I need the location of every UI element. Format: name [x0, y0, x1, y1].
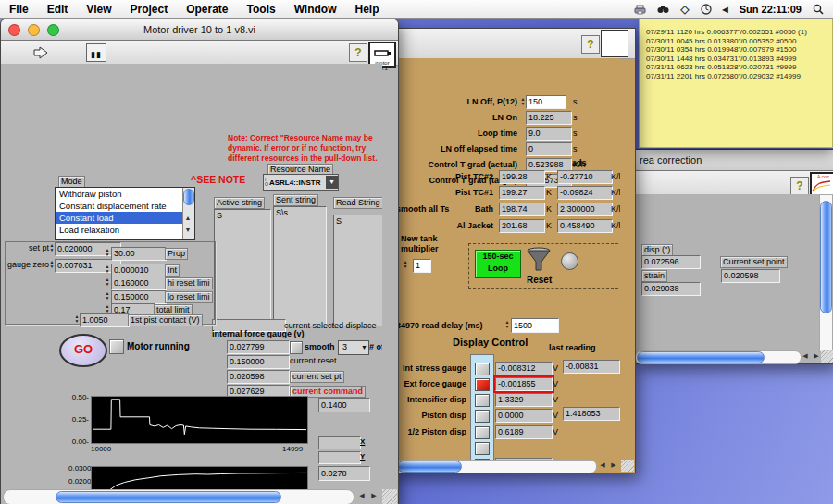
- area-help-button[interactable]: ?: [790, 177, 809, 195]
- mode-item-2[interactable]: Constant load: [56, 212, 185, 224]
- mode-scroll-up-arrow[interactable]: ▲: [182, 214, 193, 223]
- control-hscroll-right-arrow[interactable]: ▶: [608, 461, 619, 470]
- chart-plot: [91, 396, 308, 444]
- mode-listbox[interactable]: Withdraw pistonConstant displacement rat…: [55, 187, 195, 240]
- param-spinner[interactable]: ▲ ▼: [104, 264, 111, 274]
- smooth-checkbox[interactable]: [290, 341, 303, 354]
- num-points-dropdown[interactable]: 3▼: [338, 340, 369, 355]
- motor-window-titlebar[interactable]: Motor driver 10 to 1 v8.vi: [1, 19, 398, 41]
- area-window-titlebar[interactable]: rea correction: [635, 150, 833, 171]
- motor-hscroll-thumb[interactable]: [56, 491, 281, 503]
- mode-item-0[interactable]: Withdraw piston: [56, 188, 185, 200]
- motor-grow-corner[interactable]: [382, 489, 397, 504]
- channel-display-button[interactable]: [475, 378, 490, 391]
- channel-label: Intensifier disp: [394, 395, 466, 404]
- param-label: hi reset limi: [165, 277, 213, 289]
- param-spinner[interactable]: ▲ ▼: [104, 304, 111, 313]
- menu-item-edit[interactable]: Edit: [38, 0, 78, 18]
- motor-hscroll-left-arrow[interactable]: ◀: [356, 491, 367, 500]
- motor-running-label: Motor running: [127, 341, 190, 351]
- diamond-icon[interactable]: ◇: [680, 3, 689, 16]
- read-delay-field[interactable]: 1500: [511, 318, 559, 333]
- minimize-button[interactable]: [28, 24, 40, 36]
- motor-help-button[interactable]: ?: [349, 43, 367, 62]
- chart0-x-scale-box[interactable]: [318, 436, 361, 449]
- control-vi-icon[interactable]: [601, 30, 628, 57]
- gauge-value-field: 0.020598: [227, 370, 290, 384]
- spotlight-icon[interactable]: [813, 4, 824, 15]
- motor-running-checkbox[interactable]: [109, 339, 124, 354]
- chart0-x-scale-label[interactable]: X: [360, 437, 365, 446]
- area-hscroll-thumb[interactable]: [637, 351, 765, 363]
- mode-item-1[interactable]: Constant displacement rate: [56, 200, 185, 212]
- menu-item-view[interactable]: View: [77, 0, 120, 18]
- go-button[interactable]: GO: [59, 334, 107, 367]
- menu-item-tools[interactable]: Tools: [238, 0, 285, 18]
- mute-icon[interactable]: ◀: [723, 6, 728, 14]
- grad-field: -0.27710: [557, 170, 613, 184]
- channel-display-button[interactable]: [475, 363, 490, 375]
- param-spinner[interactable]: ▲ ▼: [104, 248, 111, 257]
- menu-item-window[interactable]: Window: [285, 0, 346, 18]
- dropdown-arrow-icon[interactable]: ▼: [361, 341, 367, 353]
- control-hscroll-left-arrow[interactable]: ◀: [597, 461, 608, 470]
- menu-item-operate[interactable]: Operate: [177, 0, 237, 18]
- mode-scrollbar[interactable]: ▲ ▼: [182, 188, 194, 239]
- param-spinner[interactable]: ▲ ▼: [104, 277, 111, 287]
- area-hscroll-left-arrow[interactable]: ◀: [800, 351, 811, 361]
- printer-icon[interactable]: [634, 5, 646, 15]
- read-delay-spinner[interactable]: ▲▼: [504, 320, 511, 329]
- param-field[interactable]: 0.150000: [111, 290, 167, 304]
- string-column-value[interactable]: S\s: [273, 206, 327, 326]
- channel-display-button[interactable]: [475, 394, 490, 407]
- funnel-icon[interactable]: [525, 247, 553, 277]
- motor-hscroll-right-arrow[interactable]: ▶: [368, 491, 379, 500]
- param-field[interactable]: 0.160000: [111, 277, 167, 290]
- reset-led[interactable]: [561, 252, 578, 270]
- area-grow-corner[interactable]: [821, 350, 833, 363]
- new-tank-field[interactable]: 1: [413, 259, 431, 273]
- history-icon[interactable]: [701, 4, 712, 15]
- binoculars-icon[interactable]: [657, 5, 669, 14]
- control-hscrollbar[interactable]: [393, 460, 597, 473]
- param-spinner[interactable]: ▲ ▼: [104, 291, 111, 301]
- menu-item-file[interactable]: File: [0, 0, 38, 18]
- dropdown-arrow-icon[interactable]: ▼: [326, 176, 338, 189]
- control-row-field[interactable]: 150: [526, 95, 566, 109]
- motor-hscrollbar[interactable]: [3, 489, 354, 504]
- channel-display-button[interactable]: [475, 442, 490, 455]
- pause-button[interactable]: ▮▮: [86, 43, 106, 62]
- zoom-button[interactable]: [47, 24, 59, 36]
- control-hscroll-thumb[interactable]: [397, 461, 462, 473]
- channel-display-button[interactable]: [475, 410, 490, 423]
- string-column-value[interactable]: S: [333, 215, 382, 326]
- chart0-y-scale-box[interactable]: [318, 451, 361, 464]
- control-help-button[interactable]: ?: [581, 35, 600, 54]
- close-button[interactable]: [8, 24, 20, 36]
- mode-item-3[interactable]: Load relaxation: [56, 224, 185, 236]
- chart0-y-scale-label[interactable]: Y: [360, 452, 365, 461]
- control-window: ? T grads New tank multiplier ▲▼ 1 150-s…: [392, 28, 636, 473]
- mode-scroll-thumb[interactable]: [183, 189, 194, 205]
- string-column-value[interactable]: S: [214, 209, 271, 326]
- area-vscroll-thumb[interactable]: [820, 201, 832, 313]
- area-hscrollbar[interactable]: [635, 350, 802, 364]
- param-field[interactable]: 30.00: [111, 247, 167, 261]
- log-line: 07/29/11 1120 hrs 0.006377"/0.002551 #00…: [646, 28, 832, 37]
- loop-button[interactable]: 150-sec Loop: [475, 250, 521, 278]
- channel-display-button[interactable]: [475, 426, 490, 439]
- new-tank-spinner[interactable]: ▲▼: [402, 260, 409, 269]
- menu-clock[interactable]: Sun 22:11:09: [740, 4, 802, 15]
- pist-contact-field[interactable]: 1.0050: [80, 313, 130, 327]
- mode-scroll-down-arrow[interactable]: ▼: [182, 226, 193, 235]
- run-button[interactable]: [32, 46, 48, 63]
- notes-window[interactable]: 07/29/11 1120 hrs 0.006377"/0.002551 #00…: [639, 18, 833, 148]
- resource-dropdown[interactable]: IO ASRL4::INSTR ▼: [263, 174, 339, 191]
- control-grow-corner[interactable]: [621, 460, 634, 472]
- menu-items: FileEditViewProjectOperateToolsWindowHel…: [0, 0, 389, 18]
- param-field[interactable]: 0.000010: [111, 264, 167, 277]
- chart-xtick: 14999: [282, 445, 303, 453]
- menu-item-help[interactable]: Help: [346, 0, 389, 18]
- menu-item-project[interactable]: Project: [120, 0, 177, 18]
- area-vscrollbar[interactable]: [819, 194, 833, 352]
